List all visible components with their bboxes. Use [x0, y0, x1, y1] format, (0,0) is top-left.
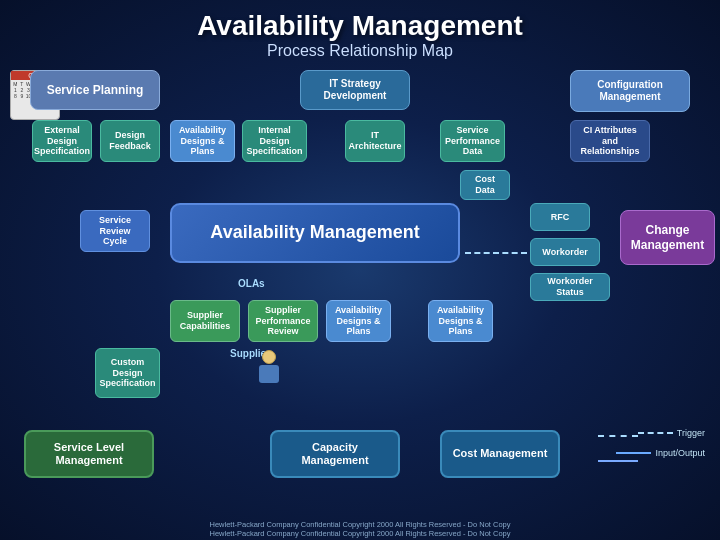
it-architecture-box: IT Architecture — [345, 120, 405, 162]
custom-design-box: Custom Design Specification — [95, 348, 160, 398]
cost-data-box: Cost Data — [460, 170, 510, 200]
workorder-box: Workorder — [530, 238, 600, 266]
dashed-arrow-trigger — [598, 435, 638, 437]
trigger-label: Trigger — [677, 428, 705, 438]
page-subtitle: Process Relationship Map — [0, 42, 720, 60]
solid-arrow-input — [598, 460, 638, 462]
ci-attributes-box: CI Attributes and Relationships — [570, 120, 650, 162]
it-strategy-box: IT Strategy Development — [300, 70, 410, 110]
workorder-status-box: Workorder Status — [530, 273, 610, 301]
input-output-legend-line — [616, 452, 651, 454]
internal-design-box: Internal Design Specification — [242, 120, 307, 162]
avail-designs2-box: Availability Designs & Plans — [326, 300, 391, 342]
page-title: Availability Management — [0, 10, 720, 42]
supplier-perf-box: Supplier Performance Review — [248, 300, 318, 342]
supplier-figure — [254, 350, 284, 385]
service-planning-box: Service Planning — [30, 70, 160, 110]
service-level-box: Service Level Management — [24, 430, 154, 478]
input-output-label: Input/Output — [655, 448, 705, 458]
figure-head — [262, 350, 276, 364]
footer-line2: Hewlett-Packard Company Confidential Cop… — [0, 529, 720, 538]
footer: Hewlett-Packard Company Confidential Cop… — [0, 520, 720, 538]
rfc-box: RFC — [530, 203, 590, 231]
supplier-cap-box: Supplier Capabilities — [170, 300, 240, 342]
figure-body — [259, 365, 279, 383]
avail-mgmt-big-box: Availability Management — [170, 203, 460, 263]
ext-design-box: External Design Specification — [32, 120, 92, 162]
olas-label: OLAs — [238, 278, 265, 289]
service-review-box: Service Review Cycle — [80, 210, 150, 252]
dashed-arrow-workorder — [465, 252, 527, 254]
input-output-legend: Input/Output — [616, 448, 705, 458]
cost-mgmt-box: Cost Management — [440, 430, 560, 478]
avail-designs3-box: Availability Designs & Plans — [428, 300, 493, 342]
change-mgmt-box: Change Management — [620, 210, 715, 265]
design-feedback-box: Design Feedback — [100, 120, 160, 162]
avail-designs-plans-box: Availability Designs & Plans — [170, 120, 235, 162]
trigger-legend-line — [638, 432, 673, 434]
capacity-mgmt-box: Capacity Management — [270, 430, 400, 478]
config-mgmt-box: Configuration Management — [570, 70, 690, 112]
footer-line1: Hewlett-Packard Company Confidential Cop… — [0, 520, 720, 529]
service-perf-box: Service Performance Data — [440, 120, 505, 162]
trigger-legend: Trigger — [638, 428, 705, 438]
